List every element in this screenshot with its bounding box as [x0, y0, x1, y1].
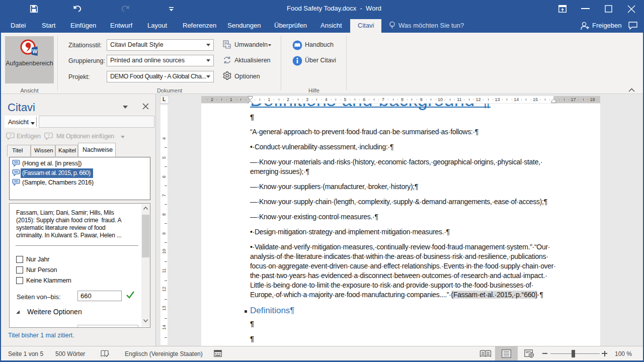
svg-text:W: W	[32, 48, 37, 54]
svg-text:?: ?	[9, 133, 12, 138]
svg-text:?: ?	[47, 133, 50, 138]
